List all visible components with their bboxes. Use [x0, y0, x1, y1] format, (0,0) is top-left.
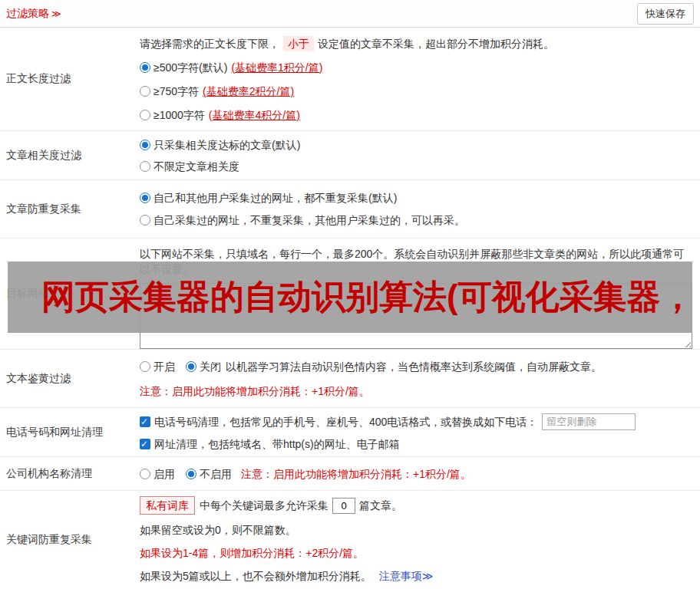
company-clean-cost-note: 注意：启用此功能将增加积分消耗：+1积分/篇。: [241, 466, 471, 482]
radio-icon: [140, 140, 150, 150]
radio-option-porn-on[interactable]: 开启: [140, 359, 175, 374]
checkbox-icon: [140, 439, 150, 449]
watermark-text: 网页采集器的自动识别算法(可视化采集器，: [8, 275, 692, 320]
radio-option-500-chars[interactable]: ≥500字符(默认) (基础费率1积分/篇): [140, 60, 692, 75]
option-label: 关闭: [200, 359, 221, 374]
keyword-dedup-line2: 如果留空或设为0，则不限篇数。: [140, 522, 692, 538]
row-relevance-filter: 文章相关度过滤 只采集相关度达标的文章(默认) 不限定文章相关度: [0, 131, 700, 180]
length-filter-intro: 请选择需求的正文长度下限， 小于 设定值的文章不采集，超出部分不增加积分消耗。: [140, 36, 692, 51]
radio-icon: [140, 86, 150, 97]
quick-save-button[interactable]: 快速保存: [637, 3, 694, 25]
row-porn-filter: 文本鉴黄过滤 开启 关闭 以机器学习算法自动识别色情内容，当色情概率达到系统阈值…: [0, 350, 700, 408]
page-title: 过滤策略 ≫: [6, 7, 61, 21]
keyword-dedup-label: 关键词防重复采集: [0, 491, 138, 589]
row-length-filter: 正文长度过滤 请选择需求的正文长度下限， 小于 设定值的文章不采集，超出部分不增…: [0, 28, 700, 131]
radio-option-dedup-all-users[interactable]: 自己和其他用户采集过的网址，都不重复采集(默认): [140, 190, 692, 206]
radio-option-750-chars[interactable]: ≥750字符 (基础费率2积分/篇): [140, 84, 692, 99]
radio-icon: [140, 469, 150, 479]
relevance-filter-label: 文章相关度过滤: [0, 131, 138, 179]
option-label: ≥750字符: [154, 84, 199, 99]
option-label: 网址清理，包括纯域名、带http(s)的网址、电子邮箱: [154, 436, 400, 452]
row-dedup-filter: 文章防重复采集 自己和其他用户采集过的网址，都不重复采集(默认) 自己采集过的网…: [0, 180, 700, 239]
radio-option-company-enable[interactable]: 启用: [140, 466, 175, 482]
keyword-dedup-line4: 如果设为5篇或以上，也不会额外增加积分消耗。 注意事项≫: [140, 568, 692, 584]
option-label: ≥500字符(默认): [154, 60, 227, 75]
option-label: 自己采集过的网址，不重复采集，其他用户采集过的，可以再采。: [154, 212, 465, 228]
watermark-overlay: 网页采集器的自动识别算法(可视化采集器，: [8, 262, 692, 333]
page-title-text: 过滤策略: [6, 7, 49, 21]
porn-filter-label: 文本鉴黄过滤: [0, 350, 138, 407]
checkbox-option-url-clean[interactable]: 网址清理，包括纯域名、带http(s)的网址、电子邮箱: [140, 436, 692, 452]
option-label: 不限定文章相关度: [154, 159, 239, 174]
length-filter-label: 正文长度过滤: [0, 28, 138, 130]
option-label: 电话号码清理，包括常见的手机号、座机号、400电话格式，或替换成如下电话：: [154, 414, 537, 429]
private-lexicon-tag[interactable]: 私有词库: [140, 496, 195, 515]
option-label: 不启用: [200, 466, 232, 482]
option-label: 只采集相关度达标的文章(默认): [154, 137, 300, 153]
fee-note: (基础费率2积分/篇): [203, 84, 294, 99]
row-company-clean: 公司机构名称清理 启用 不启用 注意：启用此功能将增加积分消耗：+1积分/篇。: [0, 457, 700, 491]
radio-option-relevance-any[interactable]: 不限定文章相关度: [140, 159, 692, 174]
porn-filter-cost-note: 注意：启用此功能将增加积分消耗：+1积分/篇。: [140, 383, 692, 399]
notice-link[interactable]: 注意事项≫: [379, 568, 434, 584]
topbar: 过滤策略 ≫ 快速保存: [0, 0, 700, 28]
radio-option-dedup-self-only[interactable]: 自己采集过的网址，不重复采集，其他用户采集过的，可以再采。: [140, 212, 692, 228]
double-chevron-icon[interactable]: ≫: [51, 8, 61, 19]
radio-icon: [140, 110, 150, 120]
radio-option-1000-chars[interactable]: ≥1000字符 (基础费率4积分/篇): [140, 107, 692, 123]
radio-icon: [140, 161, 150, 172]
checkbox-option-phone-clean[interactable]: 电话号码清理，包括常见的手机号、座机号、400电话格式，或替换成如下电话：: [140, 413, 692, 430]
row-phone-url-clean: 电话号码和网址清理 电话号码清理，包括常见的手机号、座机号、400电话格式，或替…: [0, 408, 700, 457]
option-label: ≥1000字符: [154, 107, 205, 123]
fee-note: (基础费率4积分/篇): [209, 107, 300, 123]
keyword-dedup-line3: 如果设为1-4篇，则增加积分消耗：+2积分/篇。: [140, 545, 692, 561]
phone-url-clean-label: 电话号码和网址清理: [0, 408, 138, 456]
less-than-highlight: 小于: [283, 36, 314, 51]
radio-icon: [140, 361, 150, 372]
radio-icon: [186, 469, 196, 479]
radio-option-porn-off[interactable]: 关闭: [186, 359, 221, 374]
replacement-phone-input[interactable]: [542, 413, 636, 430]
radio-option-company-disable[interactable]: 不启用: [186, 466, 232, 482]
option-label: 开启: [154, 359, 175, 374]
porn-filter-desc: 以机器学习算法自动识别色情内容，当色情概率达到系统阈值，自动屏蔽文章。: [226, 359, 602, 374]
radio-icon: [140, 192, 150, 203]
fee-note: (基础费率1积分/篇): [231, 60, 322, 75]
radio-icon: [140, 62, 150, 73]
radio-icon: [140, 215, 150, 225]
dedup-filter-label: 文章防重复采集: [0, 180, 138, 238]
company-clean-label: 公司机构名称清理: [0, 457, 138, 490]
radio-icon: [186, 361, 196, 372]
option-label: 自己和其他用户采集过的网址，都不重复采集(默认): [154, 190, 397, 206]
filter-strategy-page: 过滤策略 ≫ 快速保存 正文长度过滤 请选择需求的正文长度下限， 小于 设定值的…: [0, 0, 700, 589]
radio-option-relevance-required[interactable]: 只采集相关度达标的文章(默认): [140, 137, 692, 153]
checkbox-icon: [140, 416, 150, 427]
max-articles-input[interactable]: [332, 498, 355, 514]
option-label: 启用: [154, 466, 175, 482]
keyword-dedup-line1: 私有词库 中每个关键词最多允许采集 篇文章。: [140, 496, 692, 515]
row-keyword-dedup: 关键词防重复采集 私有词库 中每个关键词最多允许采集 篇文章。 如果留空或设为0…: [0, 491, 700, 589]
